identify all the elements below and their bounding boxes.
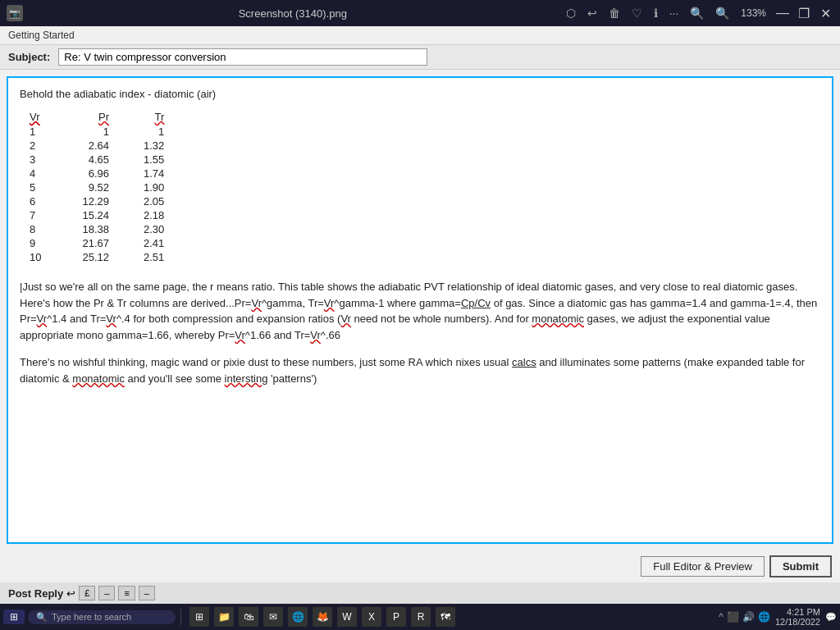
taskbar-right: ^ ⬛ 🔊 🌐 4:21 PM 12/18/2022 💬 <box>719 607 837 627</box>
taskbar-icon-map[interactable]: 🗺 <box>436 607 455 627</box>
table-row: 22.641.32 <box>26 139 182 153</box>
table-cell: 1.55 <box>127 153 182 167</box>
main-content-area: Behold the adiabatic index - diatomic (a… <box>7 76 833 544</box>
pr-btn-4[interactable]: – <box>139 586 155 600</box>
table-row: 818.382.30 <box>26 222 182 236</box>
taskbar-icon-mail[interactable]: ✉ <box>263 607 283 627</box>
window-controls: ⬡ ↩ 🗑 ♡ ℹ ··· 🔍 🔍 133% — ❐ ✕ <box>563 5 833 21</box>
table-cell: 1 <box>66 125 127 139</box>
tray-icon-3: 🔊 <box>742 611 755 623</box>
toolbar-icon-1[interactable]: ⬡ <box>563 7 579 20</box>
table-row: 34.651.55 <box>26 153 182 167</box>
post-reply-icon: ↩ <box>66 587 75 600</box>
table-cell: 1.90 <box>127 180 182 194</box>
clock-time: 4:21 PM <box>775 607 820 617</box>
zoom-in-icon[interactable]: 🔍 <box>712 7 733 20</box>
toolbar-icon-4[interactable]: ♡ <box>628 7 646 20</box>
col-header-pr: Pr <box>66 110 127 125</box>
col-header-tr: Tr <box>127 110 182 125</box>
taskbar-icon-files[interactable]: 📁 <box>214 607 234 627</box>
table-cell: 7 <box>26 208 66 222</box>
maximize-button[interactable]: ❐ <box>796 5 812 21</box>
subject-input[interactable] <box>58 48 427 66</box>
table-cell: 6 <box>26 194 66 208</box>
full-editor-button[interactable]: Full Editor & Preview <box>641 556 765 577</box>
pr-btn-2[interactable]: – <box>98 586 115 600</box>
table-cell: 1 <box>127 125 182 139</box>
toolbar-icon-3[interactable]: 🗑 <box>605 7 623 20</box>
table-cell: 2.18 <box>127 208 182 222</box>
table-row: 1025.122.51 <box>26 250 182 264</box>
table-cell: 2.05 <box>127 194 182 208</box>
table-cell: 2 <box>26 139 66 153</box>
col-header-vr: Vr <box>26 110 66 125</box>
taskbar-clock: 4:21 PM 12/18/2022 <box>775 607 820 627</box>
taskbar-icon-firefox[interactable]: 🦊 <box>313 607 332 627</box>
close-button[interactable]: ✕ <box>817 5 833 21</box>
taskbar: ⊞ 🔍 Type here to search ⊞ 📁 🛍 ✉ 🌐 🦊 W X … <box>0 604 840 630</box>
table-cell: 1.74 <box>127 167 182 180</box>
taskbar-icon-word[interactable]: W <box>337 607 357 627</box>
zoom-level: 133% <box>737 7 769 19</box>
subject-bar: Subject: <box>0 45 840 70</box>
table-cell: 8 <box>26 222 66 236</box>
toolbar-icon-2[interactable]: ↩ <box>584 7 600 20</box>
toolbar-more[interactable]: ··· <box>666 7 682 20</box>
title-bar: 📷 Screenshot (3140).png ⬡ ↩ 🗑 ♡ ℹ ··· 🔍 … <box>0 0 840 26</box>
pr-btn-1[interactable]: £ <box>79 586 95 600</box>
taskbar-icons: ⊞ 📁 🛍 ✉ 🌐 🦊 W X P R 🗺 <box>189 607 455 627</box>
table-cell: 9 <box>26 236 66 250</box>
body-paragraph-2: There's no wishful thinking, magic wand … <box>20 354 820 386</box>
search-icon: 🔍 <box>36 612 48 623</box>
search-placeholder: Type here to search <box>52 612 131 622</box>
app-icon: 📷 <box>7 5 23 21</box>
table-row: 715.242.18 <box>26 208 182 222</box>
network-icon: 🌐 <box>758 611 770 623</box>
table-cell: 4 <box>26 167 66 180</box>
pr-btn-3[interactable]: ≡ <box>118 586 135 600</box>
table-row: 612.292.05 <box>26 194 182 208</box>
table-cell: 6.96 <box>66 167 127 180</box>
table-cell: 1 <box>26 125 66 139</box>
window-title: Screenshot (3140).png <box>31 7 555 20</box>
nav-bar: Getting Started <box>0 26 840 45</box>
toolbar-icon-5[interactable]: ℹ <box>651 7 661 20</box>
bottom-toolbar: Full Editor & Preview Submit <box>0 550 840 582</box>
minimize-button[interactable]: — <box>774 5 791 21</box>
taskbar-icon-pdf[interactable]: P <box>386 607 406 627</box>
start-button[interactable]: ⊞ <box>3 609 25 624</box>
table-cell: 2.51 <box>127 250 182 264</box>
data-table: Vr Pr Tr 11122.641.3234.651.5546.961.745… <box>26 110 182 264</box>
search-bar[interactable]: 🔍 Type here to search <box>28 610 176 624</box>
subject-label: Subject: <box>8 51 50 63</box>
table-row: 46.961.74 <box>26 167 182 180</box>
table-row: 59.521.90 <box>26 180 182 194</box>
table-cell: 1.32 <box>127 139 182 153</box>
table-cell: 4.65 <box>66 153 127 167</box>
table-row: 921.672.41 <box>26 236 182 250</box>
post-reply-label: Post Reply <box>8 587 63 600</box>
table-row: 111 <box>26 125 182 139</box>
taskbar-icon-taskview[interactable]: ⊞ <box>189 607 209 627</box>
submit-button[interactable]: Submit <box>769 555 832 578</box>
notification-icon[interactable]: 💬 <box>825 612 837 623</box>
cursor-indicator: | <box>20 281 22 293</box>
table-cell: 9.52 <box>66 180 127 194</box>
taskbar-icon-r1[interactable]: R <box>411 607 431 627</box>
tray-icon-2: ⬛ <box>727 611 739 623</box>
zoom-out-icon[interactable]: 🔍 <box>687 7 707 20</box>
post-reply-bar: Post Reply ↩ £ – ≡ – <box>0 582 840 604</box>
table-cell: 2.30 <box>127 222 182 236</box>
body-paragraph-1: |Just so we're all on the same page, the… <box>20 279 820 343</box>
table-cell: 12.29 <box>66 194 127 208</box>
table-cell: 3 <box>26 153 66 167</box>
system-tray: ^ ⬛ 🔊 🌐 <box>719 611 770 623</box>
intro-heading: Behold the adiabatic index - diatomic (a… <box>20 88 820 100</box>
table-cell: 5 <box>26 180 66 194</box>
table-cell: 2.41 <box>127 236 182 250</box>
taskbar-icon-excel[interactable]: X <box>362 607 381 627</box>
taskbar-icon-store[interactable]: 🛍 <box>239 607 258 627</box>
clock-date: 12/18/2022 <box>775 617 820 627</box>
taskbar-icon-edge[interactable]: 🌐 <box>288 607 308 627</box>
table-cell: 18.38 <box>66 222 127 236</box>
